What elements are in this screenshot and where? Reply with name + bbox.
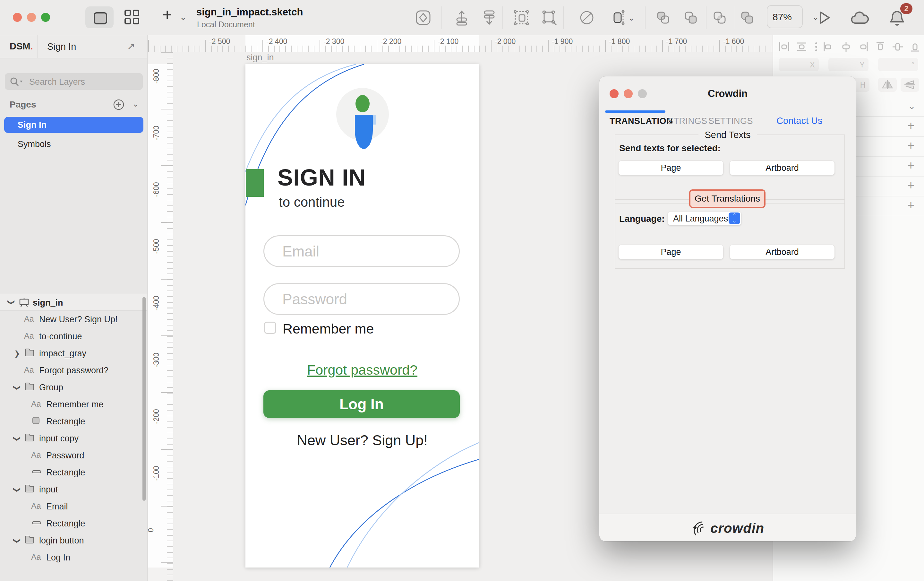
tab-strings[interactable]: STRINGS bbox=[668, 116, 708, 126]
align-bottom-icon[interactable] bbox=[908, 40, 922, 54]
flip-horizontal-button[interactable] bbox=[878, 78, 897, 92]
group-selection-icon[interactable] bbox=[512, 8, 531, 27]
search-input[interactable] bbox=[28, 75, 136, 89]
send-page-button[interactable]: Page bbox=[618, 161, 723, 175]
layer-tree-root[interactable]: ❯ sign_in #tree-hdr .abs:first-child{tra… bbox=[0, 294, 147, 311]
ruler-tick-label: -1 800 bbox=[609, 37, 630, 46]
layer-row[interactable]: AaNew User? Sign Up! bbox=[0, 311, 147, 328]
search-layers-field[interactable] bbox=[5, 73, 143, 90]
tab-sign-in[interactable]: Sign In bbox=[47, 41, 76, 52]
language-select[interactable]: All Languages ⌃⌄ bbox=[668, 211, 741, 225]
layer-row[interactable]: ❯login button bbox=[0, 532, 147, 549]
send-backward-icon[interactable] bbox=[480, 8, 498, 27]
app-logo[interactable] bbox=[336, 88, 389, 141]
minimize-traffic-light[interactable] bbox=[27, 13, 36, 22]
heading-accent-rect[interactable] bbox=[246, 169, 264, 197]
chevron-down-icon[interactable]: ❯ bbox=[13, 385, 21, 391]
layer-row[interactable]: ❯input bbox=[0, 481, 147, 498]
ruler-tick-label: -2 500 bbox=[209, 37, 230, 46]
preview-play-button[interactable] bbox=[815, 8, 833, 28]
layer-row[interactable]: Rectangle bbox=[0, 515, 147, 532]
sidebar-tabs: DSM. Sign In ↗ bbox=[0, 35, 147, 58]
get-page-button[interactable]: Page bbox=[618, 245, 723, 259]
align-middle-vertical-icon[interactable] bbox=[891, 40, 905, 54]
add-page-icon[interactable] bbox=[113, 99, 124, 111]
page-item-sign-in[interactable]: Sign In bbox=[4, 117, 144, 133]
y-position-field[interactable]: Y bbox=[828, 58, 868, 71]
email-field[interactable]: Email bbox=[263, 235, 460, 267]
add-style-icon[interactable]: + bbox=[908, 119, 914, 132]
layer-row[interactable]: AaEmail bbox=[0, 498, 147, 515]
distribute-vertically-icon[interactable] bbox=[795, 40, 809, 54]
layers-scrollbar[interactable] bbox=[142, 297, 146, 501]
layer-row[interactable]: AaPassword bbox=[0, 447, 147, 464]
cloud-sync-button[interactable] bbox=[850, 9, 870, 28]
align-top-icon[interactable] bbox=[873, 40, 888, 54]
x-position-field[interactable]: X bbox=[779, 58, 819, 71]
layer-row[interactable]: Rectangle bbox=[0, 413, 147, 430]
add-style-icon[interactable]: + bbox=[908, 159, 914, 172]
oval-tool-icon[interactable] bbox=[414, 8, 432, 27]
scale-chevron-icon[interactable]: ⌄ bbox=[628, 13, 635, 23]
remember-me-checkbox[interactable] bbox=[264, 322, 276, 334]
distribute-horizontally-icon[interactable] bbox=[777, 40, 791, 54]
chevron-down-icon[interactable]: ❯ bbox=[7, 300, 15, 305]
boolean-subtract-icon[interactable] bbox=[681, 8, 700, 27]
tab-settings[interactable]: SETTINGS bbox=[708, 116, 753, 126]
layer-label: to-continue bbox=[39, 331, 82, 341]
artboard[interactable]: SIGN IN to continue Email Password Remem… bbox=[246, 64, 479, 568]
pages-collapse-icon[interactable]: ⌄ bbox=[132, 99, 139, 109]
layer-row[interactable]: ❯input copy bbox=[0, 430, 147, 447]
scale-tool-icon[interactable] bbox=[609, 8, 627, 27]
add-style-icon[interactable]: + bbox=[908, 139, 914, 152]
insert-chevron-icon[interactable]: ⌄ bbox=[180, 12, 187, 22]
contact-us-link[interactable]: Contact Us bbox=[776, 116, 822, 126]
layer-row[interactable]: ❯Group bbox=[0, 379, 147, 396]
tab-translation[interactable]: TRANSLATION bbox=[610, 116, 673, 126]
align-center-horizontal-icon[interactable] bbox=[839, 40, 853, 54]
layer-row[interactable]: ❯impact_gray bbox=[0, 345, 147, 362]
chevron-down-icon[interactable]: ❯ bbox=[13, 538, 21, 544]
get-translations-button[interactable]: Get Translations bbox=[689, 189, 766, 208]
boolean-intersect-icon[interactable] bbox=[710, 8, 729, 27]
password-field[interactable]: Password bbox=[263, 283, 460, 315]
layer-row[interactable]: Aato-continue bbox=[0, 328, 147, 345]
ruler-tick-label: -400 bbox=[152, 296, 161, 310]
get-artboard-button[interactable]: Artboard bbox=[729, 245, 835, 259]
close-traffic-light[interactable] bbox=[13, 13, 22, 22]
chevron-down-icon[interactable]: ❯ bbox=[13, 436, 21, 442]
zoom-level-select[interactable]: 87% ⌄ bbox=[767, 5, 803, 28]
layer-row[interactable]: AaForgot password? bbox=[0, 362, 147, 379]
canvas-view-toggle-button[interactable] bbox=[85, 7, 114, 28]
layer-row[interactable]: Rectangle bbox=[0, 464, 147, 481]
rotation-field[interactable]: ° bbox=[878, 58, 918, 71]
grid-view-icon[interactable] bbox=[124, 10, 139, 25]
bring-forward-icon[interactable] bbox=[452, 8, 471, 27]
signup-text[interactable]: New User? Sign Up! bbox=[246, 432, 479, 449]
layer-row[interactable]: AaLog In bbox=[0, 549, 147, 566]
open-in-new-icon[interactable]: ↗ bbox=[127, 40, 135, 52]
signin-subheading[interactable]: to continue bbox=[279, 195, 345, 210]
edit-points-icon[interactable] bbox=[540, 8, 558, 27]
page-item-symbols[interactable]: Symbols bbox=[4, 136, 144, 152]
insert-button[interactable]: + bbox=[162, 5, 172, 25]
login-button[interactable]: Log In bbox=[263, 390, 460, 418]
signin-heading[interactable]: SIGN IN bbox=[277, 164, 366, 191]
chevron-down-icon[interactable]: ❯ bbox=[13, 487, 21, 493]
artboard-title[interactable]: sign_in bbox=[246, 53, 274, 63]
layer-label: Rectangle bbox=[46, 519, 85, 529]
boolean-union-icon[interactable] bbox=[654, 8, 672, 27]
mask-tool-icon[interactable] bbox=[578, 8, 596, 27]
layer-row[interactable]: AaRemember me bbox=[0, 396, 147, 413]
boolean-difference-icon[interactable] bbox=[738, 8, 757, 27]
add-style-icon[interactable]: + bbox=[908, 199, 914, 212]
align-right-icon[interactable] bbox=[856, 40, 870, 54]
add-style-icon[interactable]: + bbox=[908, 179, 914, 192]
align-left-icon[interactable] bbox=[821, 40, 835, 54]
zoom-traffic-light[interactable] bbox=[41, 13, 50, 22]
forgot-password-link[interactable]: Forgot password? bbox=[246, 362, 479, 378]
send-artboard-button[interactable]: Artboard bbox=[729, 161, 835, 175]
flip-vertical-button[interactable] bbox=[901, 78, 919, 92]
tab-dsm[interactable]: DSM. bbox=[10, 41, 33, 52]
chevron-right-icon[interactable]: ❯ bbox=[14, 349, 20, 358]
